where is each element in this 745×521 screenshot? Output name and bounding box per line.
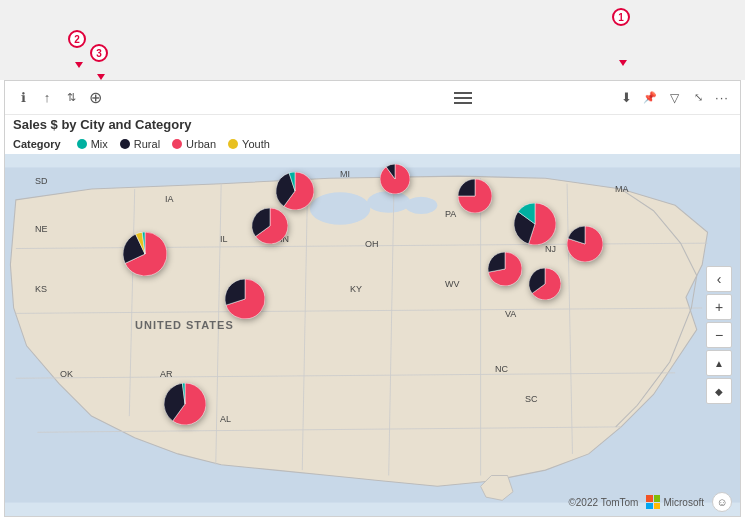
svg-point-3 [405, 197, 437, 214]
pie-marker-p10[interactable] [529, 268, 561, 300]
legend-label: Category [13, 138, 61, 150]
legend: Category Mix Rural Urban Youth [5, 136, 740, 154]
pie-marker-p11[interactable] [164, 383, 206, 425]
filter-icon[interactable]: ▽ [664, 88, 684, 108]
callout-1: 1 [612, 8, 630, 26]
zoom-out-button[interactable]: − [706, 322, 732, 348]
legend-item-youth[interactable]: Youth [228, 138, 270, 150]
arrow-2 [75, 62, 83, 68]
pie-marker-p5[interactable] [252, 208, 288, 244]
legend-item-mix[interactable]: Mix [77, 138, 108, 150]
expand-icon[interactable]: ⤡ [688, 88, 708, 108]
callout-2: 2 [68, 30, 86, 48]
toolbar-left: ℹ ↑ ⇅ ⊕ [13, 88, 311, 108]
legend-text-youth: Youth [242, 138, 270, 150]
pie-svg-p5 [252, 208, 288, 244]
legend-text-mix: Mix [91, 138, 108, 150]
ms-cell-blue [646, 503, 653, 510]
pin-icon[interactable]: 📌 [640, 88, 660, 108]
zoom-in-button[interactable]: + [706, 294, 732, 320]
ms-cell-green [654, 495, 661, 502]
pie-svg-p4 [123, 232, 167, 276]
arrow-1 [619, 60, 627, 66]
pie-svg-p9 [488, 252, 522, 286]
legend-text-urban: Urban [186, 138, 216, 150]
pie-svg-p11 [164, 383, 206, 425]
toolbar-center [315, 92, 613, 104]
more-icon[interactable]: ··· [712, 88, 732, 108]
pie-marker-p9[interactable] [488, 252, 522, 286]
menu-icon[interactable] [454, 92, 472, 104]
pie-marker-p1[interactable] [276, 172, 314, 210]
legend-dot-youth [228, 139, 238, 149]
info-icon[interactable]: ℹ [13, 88, 33, 108]
top-spacer: 1 2 3 [0, 0, 745, 80]
legend-text-rural: Rural [134, 138, 160, 150]
reset-view-button[interactable]: ▲ [706, 350, 732, 376]
pie-marker-p3[interactable] [458, 179, 492, 213]
legend-item-urban[interactable]: Urban [172, 138, 216, 150]
feedback-button[interactable]: ☺ [712, 492, 732, 512]
ms-grid-icon [646, 495, 660, 509]
add-icon[interactable]: ⊕ [85, 88, 105, 108]
legend-dot-mix [77, 139, 87, 149]
pie-svg-p7 [514, 203, 556, 245]
microsoft-logo: Microsoft [646, 495, 704, 509]
microsoft-text: Microsoft [663, 497, 704, 508]
up-icon[interactable]: ↑ [37, 88, 57, 108]
card: ℹ ↑ ⇅ ⊕ ⬇ 📌 ▽ ⤡ ··· Sales $ by City and … [4, 80, 741, 517]
pie-marker-p7[interactable] [514, 203, 556, 245]
map-container[interactable]: SDNEKSOKARALIAILINOHMIPANJMDVAWVKYNCSCMA… [5, 154, 740, 516]
ms-cell-yellow [654, 503, 661, 510]
pie-svg-p2 [380, 164, 410, 194]
location-button[interactable]: ◆ [706, 378, 732, 404]
collapse-button[interactable]: ‹ [706, 266, 732, 292]
svg-point-1 [310, 192, 371, 224]
pie-marker-p6[interactable] [225, 279, 265, 319]
pie-svg-p1 [276, 172, 314, 210]
callout-3: 3 [90, 44, 108, 62]
pie-svg-p3 [458, 179, 492, 213]
outer-container: 1 2 3 ℹ ↑ ⇅ ⊕ [0, 0, 745, 521]
pie-marker-p4[interactable] [123, 232, 167, 276]
download-icon[interactable]: ⬇ [616, 88, 636, 108]
pie-svg-p10 [529, 268, 561, 300]
us-map-svg [5, 154, 740, 516]
pie-svg-p6 [225, 279, 265, 319]
legend-dot-urban [172, 139, 182, 149]
svg-point-2 [367, 191, 410, 213]
map-footer: ©2022 TomTom Microsoft ☺ [568, 492, 732, 512]
map-controls: ‹ + − ▲ ◆ [706, 266, 732, 404]
card-title: Sales $ by City and Category [5, 115, 740, 136]
legend-item-rural[interactable]: Rural [120, 138, 160, 150]
sort-icon[interactable]: ⇅ [61, 88, 81, 108]
copyright-text: ©2022 TomTom [568, 497, 638, 508]
ms-cell-red [646, 495, 653, 502]
pie-svg-p8 [567, 226, 603, 262]
pie-marker-p8[interactable] [567, 226, 603, 262]
card-toolbar: ℹ ↑ ⇅ ⊕ ⬇ 📌 ▽ ⤡ ··· [5, 81, 740, 115]
pie-marker-p2[interactable] [380, 164, 410, 194]
toolbar-right: ⬇ 📌 ▽ ⤡ ··· [616, 88, 732, 108]
legend-dot-rural [120, 139, 130, 149]
